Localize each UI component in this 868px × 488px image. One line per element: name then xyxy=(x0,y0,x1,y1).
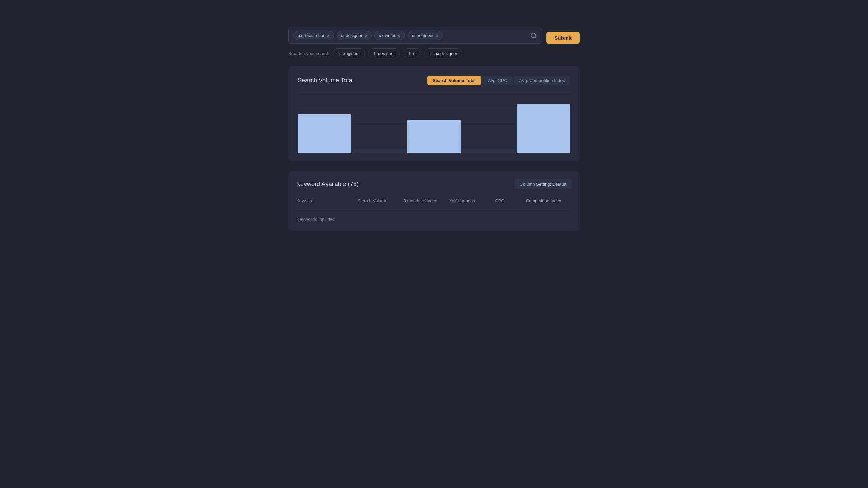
col-header-col-keyword[interactable]: Keyword xyxy=(296,196,357,206)
tag-remove-btn[interactable]: × xyxy=(364,33,367,38)
search-tag-tag-ux-researcher: ux researcher × xyxy=(293,31,334,40)
search-icon-btn[interactable] xyxy=(530,32,537,39)
plus-icon: + xyxy=(373,50,376,56)
col-header-col-cpc[interactable]: CPC xyxy=(495,196,526,206)
search-tag-tag-ux-writer: ux writer × xyxy=(374,31,405,40)
bar-4 xyxy=(517,104,570,153)
col-header-col-competition[interactable]: Competition Index xyxy=(526,196,572,206)
chart-title: Search Volume Total xyxy=(298,77,354,84)
plus-icon: + xyxy=(338,50,341,56)
search-tag-tag-ui-engineer: ui engineer × xyxy=(408,31,443,40)
bar-1 xyxy=(353,149,406,153)
table-header-row: Keyword Available (76) Column Setting: D… xyxy=(296,179,572,189)
submit-button[interactable]: Submit xyxy=(546,32,580,44)
broaden-tag-label: ux designer xyxy=(435,51,457,56)
chart-header: Search Volume Total Search Volume TotalA… xyxy=(298,76,570,85)
search-icon xyxy=(530,32,537,39)
broaden-tag-label: ui xyxy=(413,51,416,56)
bars-container xyxy=(298,99,570,153)
main-container: ux researcher ×ui designer ×ux writer ×u… xyxy=(288,27,580,461)
bar-0 xyxy=(298,114,351,153)
chart-tab-tab-search-volume[interactable]: Search Volume Total xyxy=(427,76,481,85)
col-header-col-search-volume[interactable]: Search Volume xyxy=(357,196,403,206)
bar-3 xyxy=(462,149,516,153)
tag-label: ux writer xyxy=(379,33,395,38)
bar-chart xyxy=(298,92,570,153)
search-bar: ux researcher ×ui designer ×ux writer ×u… xyxy=(288,27,542,44)
chart-tabs: Search Volume TotalAvg. CPCAvg. Competit… xyxy=(427,76,570,85)
tag-label: ui designer xyxy=(341,33,363,38)
tag-label: ui engineer xyxy=(412,33,434,38)
search-section: ux researcher ×ui designer ×ux writer ×u… xyxy=(288,27,580,58)
keywords-inputted-label: Keywords inputted xyxy=(296,214,572,225)
search-tag-tag-ui-designer: ui designer × xyxy=(337,31,372,40)
table-title: Keyword Available (76) xyxy=(296,181,359,188)
table-section: Keyword Available (76) Column Setting: D… xyxy=(288,171,580,231)
table-columns-header: KeywordSearch Volume3 month changesYoY c… xyxy=(296,196,572,210)
plus-icon: + xyxy=(408,50,411,56)
chart-tab-tab-avg-cpc[interactable]: Avg. CPC xyxy=(482,76,513,85)
broaden-search-row: Broaden your search + engineer+ designer… xyxy=(288,48,580,58)
plus-icon: + xyxy=(429,50,432,56)
bar-2 xyxy=(407,120,461,153)
tag-remove-btn[interactable]: × xyxy=(327,33,329,38)
chart-tab-tab-avg-competition[interactable]: Avg. Competition Index xyxy=(514,76,570,85)
tag-remove-btn[interactable]: × xyxy=(398,33,400,38)
broaden-tag-label: engineer xyxy=(343,51,360,56)
tag-label: ux researcher xyxy=(298,33,324,38)
col-header-col-3month[interactable]: 3 month changes xyxy=(403,196,449,206)
broaden-tag-sugg-ui[interactable]: + ui xyxy=(403,48,421,58)
grid-line xyxy=(298,92,570,93)
col-header-col-yoy[interactable]: YoY changes xyxy=(449,196,495,206)
chart-section: Search Volume Total Search Volume TotalA… xyxy=(288,66,580,161)
broaden-label: Broaden your search xyxy=(288,51,329,56)
tag-remove-btn[interactable]: × xyxy=(436,33,438,38)
broaden-tag-label: designer xyxy=(378,51,395,56)
search-input[interactable] xyxy=(446,33,528,38)
broaden-tag-sugg-engineer[interactable]: + engineer xyxy=(333,48,365,58)
broaden-tag-sugg-ux-designer[interactable]: + ux designer xyxy=(424,48,462,58)
column-setting-button[interactable]: Column Setting: Default xyxy=(514,179,572,189)
svg-line-1 xyxy=(535,37,536,38)
broaden-tag-sugg-designer[interactable]: + designer xyxy=(368,48,400,58)
